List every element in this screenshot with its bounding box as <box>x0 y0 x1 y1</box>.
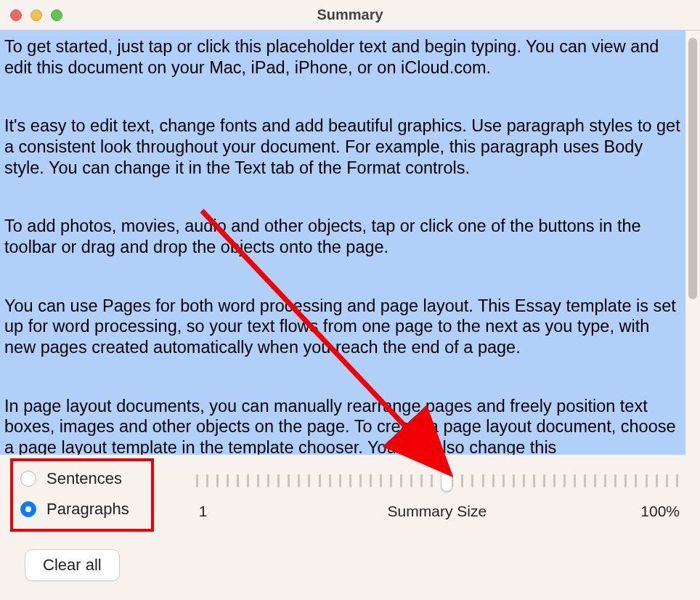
radio-circle-icon <box>20 501 36 517</box>
radio-circle-icon <box>20 471 36 487</box>
summary-mode-group: Sentences Paragraphs <box>20 466 129 519</box>
slider-labels: 1 Summary Size 100% <box>195 503 680 522</box>
content-area: To get started, just tap or click this p… <box>0 31 700 455</box>
paragraph: In page layout documents, you can manual… <box>4 396 681 455</box>
traffic-lights <box>10 9 62 21</box>
window-title: Summary <box>317 7 383 23</box>
scrollbar-track[interactable] <box>685 31 700 455</box>
paragraph: To get started, just tap or click this p… <box>4 36 681 78</box>
minimize-button[interactable] <box>30 9 42 21</box>
summary-text-pane[interactable]: To get started, just tap or click this p… <box>0 31 685 455</box>
close-button[interactable] <box>10 9 22 21</box>
radio-dot-icon <box>25 506 31 512</box>
paragraph: To add photos, movies, audio and other o… <box>4 216 681 257</box>
titlebar: Summary <box>0 0 700 31</box>
scrollbar-thumb[interactable] <box>688 38 697 299</box>
summary-size-slider[interactable] <box>195 472 680 490</box>
slider-thumb[interactable] <box>441 470 452 492</box>
paragraph: It's easy to edit text, change fonts and… <box>4 115 681 178</box>
clear-all-button[interactable]: Clear all <box>25 549 120 581</box>
summary-size-slider-section: 1 Summary Size 100% <box>195 466 680 522</box>
radio-sentences[interactable]: Sentences <box>20 469 129 488</box>
slider-min-label: 1 <box>199 503 208 520</box>
radio-label: Paragraphs <box>46 500 129 519</box>
radio-paragraphs[interactable]: Paragraphs <box>20 500 129 519</box>
slider-max-label: 100% <box>640 503 680 520</box>
paragraph: You can use Pages for both word processi… <box>4 296 681 358</box>
controls-panel: Sentences Paragraphs 1 Summary Size 100%… <box>0 455 700 596</box>
maximize-button[interactable] <box>51 9 62 21</box>
slider-center-label: Summary Size <box>388 503 487 520</box>
radio-label: Sentences <box>46 469 122 488</box>
